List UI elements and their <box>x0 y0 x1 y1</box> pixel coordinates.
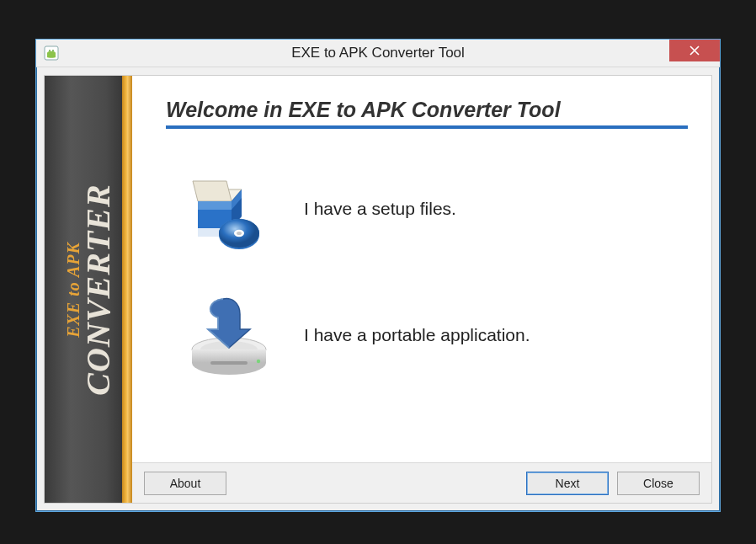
setup-box-icon <box>183 163 275 255</box>
heading-rule <box>166 125 688 129</box>
option-portable-label: I have a portable application. <box>304 325 530 345</box>
sidebar-logo-text: EXE to APK CONVERTER <box>64 184 114 395</box>
window-close-button[interactable] <box>669 40 720 61</box>
option-portable-app[interactable]: I have a portable application. <box>166 289 688 381</box>
sidebar: EXE to APK CONVERTER <box>45 76 132 503</box>
svg-marker-4 <box>193 181 232 201</box>
sidebar-title: CONVERTER <box>83 184 114 395</box>
titlebar[interactable]: EXE to APK Converter Tool <box>36 40 720 67</box>
svg-rect-20 <box>192 349 266 363</box>
close-button[interactable]: Close <box>617 472 700 495</box>
close-icon <box>689 45 700 56</box>
option-setup-files[interactable]: I have a setup files. <box>166 163 688 255</box>
sidebar-accent-bar <box>122 76 132 503</box>
svg-point-1 <box>49 50 51 51</box>
window-title: EXE to APK Converter Tool <box>36 45 720 61</box>
svg-point-15 <box>237 232 242 235</box>
svg-rect-21 <box>210 361 248 365</box>
client-area: EXE to APK CONVERTER Welcome in EXE to A… <box>44 75 712 504</box>
about-button[interactable]: About <box>144 472 226 495</box>
option-setup-label: I have a setup files. <box>304 199 456 219</box>
app-icon <box>43 45 60 61</box>
next-button[interactable]: Next <box>526 472 609 495</box>
svg-rect-7 <box>198 201 232 210</box>
svg-point-22 <box>257 360 260 363</box>
button-bar: About Next Close <box>132 462 711 503</box>
svg-point-2 <box>52 50 54 51</box>
app-window: EXE to APK Converter Tool EXE to APK CON… <box>35 39 721 512</box>
page-heading: Welcome in EXE to APK Converter Tool <box>166 98 688 122</box>
main-pane: Welcome in EXE to APK Converter Tool <box>132 76 711 503</box>
download-drive-icon <box>183 289 275 381</box>
